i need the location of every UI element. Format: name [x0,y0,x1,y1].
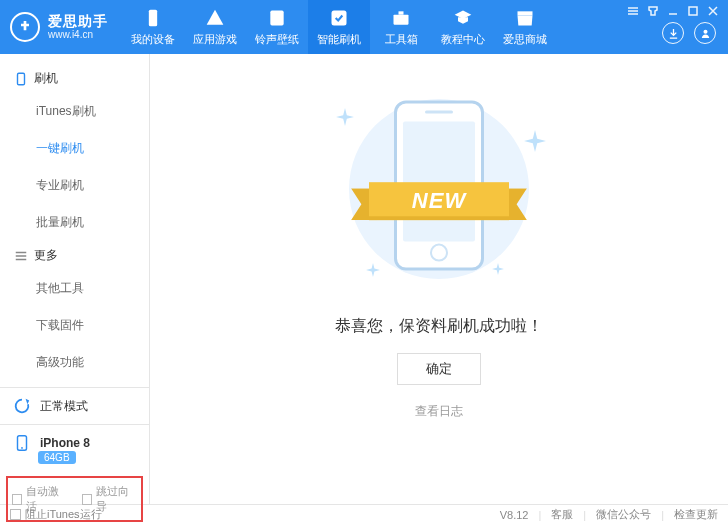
app-header: 爱思助手 www.i4.cn 我的设备 应用游戏 铃声壁纸 智能刷机 工具箱 教… [0,0,728,54]
storage-badge: 64GB [38,451,76,464]
sparkle-icon [524,130,546,155]
version-label: V8.12 [500,509,529,521]
sidebar-item-itunes-flash[interactable]: iTunes刷机 [28,93,149,130]
logo-icon [10,12,40,42]
nav-tutorials[interactable]: 教程中心 [432,0,494,54]
sparkle-icon [366,263,380,280]
minimize-icon[interactable] [666,4,680,18]
sidebar-item-other-tools[interactable]: 其他工具 [28,270,149,307]
sidebar-item-advanced[interactable]: 高级功能 [28,344,149,381]
svg-rect-5 [689,7,697,15]
app-url: www.i4.cn [48,29,108,40]
svg-point-6 [703,29,707,33]
device-outline-icon [14,72,28,86]
main-nav: 我的设备 应用游戏 铃声壁纸 智能刷机 工具箱 教程中心 爱思商城 [122,0,626,54]
checkbox-block-itunes[interactable]: 阻止iTunes运行 [10,507,102,522]
close-icon[interactable] [706,4,720,18]
refresh-icon [12,396,32,416]
success-message: 恭喜您，保资料刷机成功啦！ [335,316,543,337]
sidebar: 刷机 iTunes刷机 一键刷机 专业刷机 批量刷机 更多 其他工具 下载固件 … [0,54,150,504]
sidebar-section-flash: 刷机 [0,64,149,93]
maximize-icon[interactable] [686,4,700,18]
download-icon[interactable] [662,22,684,44]
support-link[interactable]: 客服 [551,507,573,522]
user-icon[interactable] [694,22,716,44]
svg-rect-3 [394,14,409,24]
nav-store[interactable]: 爱思商城 [494,0,556,54]
svg-rect-4 [399,11,404,14]
new-ribbon: NEW [351,172,527,228]
menu-icon[interactable] [626,4,640,18]
sidebar-item-download-firmware[interactable]: 下载固件 [28,307,149,344]
device-name: iPhone 8 [40,436,90,450]
nav-ringtones-wallpapers[interactable]: 铃声壁纸 [246,0,308,54]
wechat-link[interactable]: 微信公众号 [596,507,651,522]
menu-lines-icon [14,249,28,263]
skin-icon[interactable] [646,4,660,18]
check-update-link[interactable]: 检查更新 [674,507,718,522]
sidebar-section-more: 更多 [0,241,149,270]
confirm-button[interactable]: 确定 [397,353,481,385]
svg-rect-1 [270,10,283,25]
sparkle-icon [336,108,354,129]
nav-toolbox[interactable]: 工具箱 [370,0,432,54]
phone-icon [12,433,32,453]
nav-smart-flash[interactable]: 智能刷机 [308,0,370,54]
sidebar-item-oneclick-flash[interactable]: 一键刷机 [28,130,149,167]
device-row[interactable]: iPhone 8 64GB [0,424,149,472]
app-title: 爱思助手 [48,14,108,29]
main-panel: NEW 恭喜您，保资料刷机成功啦！ 确定 查看日志 [150,54,728,504]
app-logo: 爱思助手 www.i4.cn [0,0,122,54]
svg-point-9 [21,447,23,449]
device-mode-row[interactable]: 正常模式 [0,388,149,424]
sidebar-item-pro-flash[interactable]: 专业刷机 [28,167,149,204]
sparkle-icon [492,263,504,278]
sidebar-item-batch-flash[interactable]: 批量刷机 [28,204,149,241]
success-illustration: NEW [314,94,564,284]
view-log-link[interactable]: 查看日志 [415,403,463,420]
nav-apps-games[interactable]: 应用游戏 [184,0,246,54]
svg-rect-7 [18,73,25,84]
svg-rect-0 [149,9,157,26]
nav-my-device[interactable]: 我的设备 [122,0,184,54]
